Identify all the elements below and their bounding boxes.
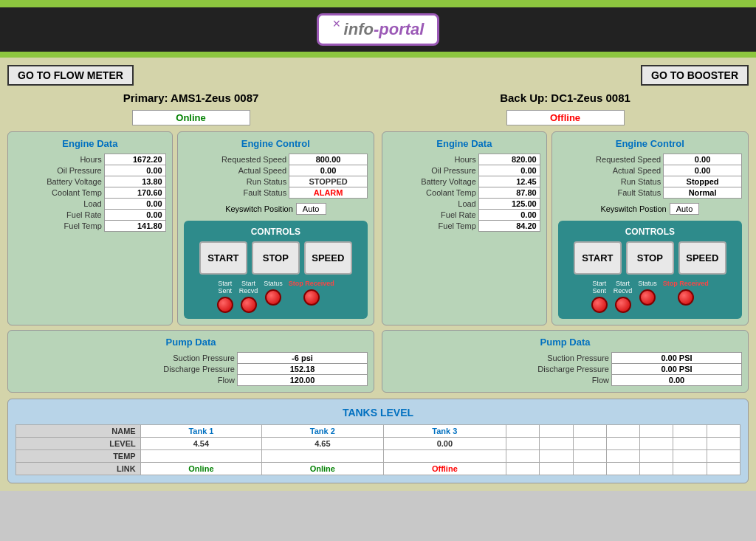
tank2-link: Online	[262, 462, 383, 475]
logo-x-icon: ✕	[332, 18, 341, 30]
primary-controls-title: CONTROLS	[190, 227, 362, 237]
primary-led-start-sent[interactable]	[217, 297, 233, 313]
primary-right-panels: Engine Control Requested Speed 800.00 Ac…	[177, 131, 374, 325]
primary-engine-data-panel: Engine Data Hours 1672.20 Oil Pressure 0…	[7, 131, 173, 325]
primary-engine-control-title: Engine Control	[184, 138, 368, 149]
empty-cell	[262, 449, 383, 462]
primary-control-table: Requested Speed 800.00 Actual Speed 0.00…	[184, 154, 368, 199]
empty-cell	[540, 462, 573, 475]
backup-speed-button[interactable]: SPEED	[678, 241, 726, 275]
backup-led-stop[interactable]	[678, 289, 694, 306]
empty-cell	[673, 424, 707, 437]
flow-label: Flow	[388, 374, 611, 385]
load-value: 0.00	[104, 199, 165, 210]
tanks-link-row: LINK Online Online Offline	[16, 462, 740, 475]
empty-cell	[707, 424, 740, 437]
table-row: Run Status Stopped	[558, 176, 742, 187]
empty-cell	[673, 437, 707, 449]
act-speed-label: Actual Speed	[184, 165, 289, 176]
oil-pressure-label: Oil Pressure	[14, 165, 104, 176]
backup-start-button[interactable]: START	[574, 241, 622, 275]
empty-cell	[506, 462, 540, 475]
run-status-value: Stopped	[664, 176, 742, 187]
table-row: Fault Status Normal	[558, 187, 742, 199]
suction-pressure-value: -6 psi	[237, 352, 367, 363]
primary-pump-panel: Pump Data Suction Pressure -6 psi Discha…	[7, 330, 374, 393]
act-speed-value: 0.00	[664, 165, 742, 176]
ind-label-stop: Stop Received	[663, 280, 709, 288]
coolant-temp-label: Coolant Temp	[14, 187, 104, 199]
empty-cell	[640, 462, 673, 475]
primary-led-start-recvd[interactable]	[241, 297, 257, 313]
table-row: Suction Pressure 0.00 PSI	[388, 352, 742, 363]
empty-cell	[673, 462, 707, 475]
run-status-label: Run Status	[558, 176, 664, 187]
fuel-temp-value: 141.80	[104, 221, 165, 232]
ind-label: StartRecvd	[614, 280, 633, 295]
backup-led-start-recvd[interactable]	[615, 297, 631, 313]
fuel-temp-label: Fuel Temp	[14, 221, 104, 232]
backup-pump-table: Suction Pressure 0.00 PSI Discharge Pres…	[388, 352, 742, 386]
backup-right-panels: Engine Control Requested Speed 0.00 Actu…	[551, 131, 749, 325]
fault-status-label: Fault Status	[184, 187, 289, 199]
backup-stop-button[interactable]: STOP	[626, 241, 674, 275]
booster-button[interactable]: GO TO BOOSTER	[641, 65, 749, 86]
empty-cell	[140, 449, 261, 462]
empty-cell	[606, 449, 639, 462]
table-row: Actual Speed 0.00	[558, 165, 742, 176]
coolant-temp-label: Coolant Temp	[388, 187, 478, 199]
backup-engine-data-title: Engine Data	[388, 138, 540, 149]
run-status-label: Run Status	[184, 176, 289, 187]
table-row: Battery Voltage 12.45	[388, 176, 540, 187]
fuel-temp-value: 84.20	[478, 221, 540, 232]
tank3-link: Offline	[383, 462, 506, 475]
table-row: Fuel Temp 84.20	[388, 221, 540, 232]
empty-cell	[673, 449, 707, 462]
primary-status-text: Online	[176, 112, 205, 123]
link-row-label: LINK	[16, 462, 141, 475]
table-row: Fuel Rate 0.00	[14, 210, 165, 221]
primary-keyswitch-row: Keyswitch Position Auto	[184, 203, 368, 215]
empty-cell	[707, 449, 740, 462]
oil-pressure-label: Oil Pressure	[388, 165, 478, 176]
table-row: Load 0.00	[14, 199, 165, 210]
keyswitch-value: Auto	[670, 203, 700, 215]
backup-engine-control-title: Engine Control	[558, 138, 742, 149]
fault-status-value: ALARM	[289, 187, 368, 199]
ind-label-stop: Stop Received	[289, 280, 334, 288]
primary-start-button[interactable]: START	[199, 241, 247, 275]
table-row: Requested Speed 0.00	[558, 154, 742, 165]
suction-pressure-value: 0.00 PSI	[611, 352, 741, 363]
backup-indicator-stop-received: Stop Received	[663, 280, 709, 306]
empty-cell	[506, 449, 540, 462]
backup-indicator-start-sent: StartSent	[591, 280, 608, 313]
battery-voltage-label: Battery Voltage	[14, 176, 104, 187]
tank1-link: Online	[140, 462, 261, 475]
level-row-label: LEVEL	[16, 437, 141, 449]
act-speed-value: 0.00	[289, 165, 368, 176]
backup-engine-control-panel: Engine Control Requested Speed 0.00 Actu…	[551, 131, 749, 325]
backup-controls-buttons: START STOP SPEED	[564, 241, 736, 275]
run-status-value: STOPPED	[289, 176, 368, 187]
fault-status-label: Fault Status	[558, 187, 664, 199]
oil-pressure-value: 0.00	[104, 165, 165, 176]
primary-stop-button[interactable]: STOP	[252, 241, 300, 275]
tanks-table: NAME Tank 1 Tank 2 Tank 3 LEVEL 4.54 4.6…	[16, 424, 740, 475]
primary-speed-button[interactable]: SPEED	[304, 241, 352, 275]
primary-led-stop[interactable]	[303, 289, 320, 306]
primary-led-status[interactable]	[265, 289, 281, 306]
req-speed-value: 800.00	[289, 154, 368, 165]
flow-meter-button[interactable]: GO TO FLOW METER	[7, 65, 134, 86]
backup-led-start-sent[interactable]	[591, 297, 608, 313]
backup-panels: Engine Data Hours 820.00 Oil Pressure 0.…	[382, 131, 749, 325]
oil-pressure-value: 0.00	[478, 165, 540, 176]
primary-status-badge: Online	[132, 110, 250, 125]
tank3-level: 0.00	[383, 437, 506, 449]
fuel-rate-label: Fuel Rate	[388, 210, 478, 221]
backup-led-status[interactable]	[639, 289, 656, 306]
run-status-text: STOPPED	[309, 177, 347, 186]
primary-indicator-start-sent: StartSent	[217, 280, 233, 313]
empty-cell	[707, 462, 740, 475]
table-row: Coolant Temp 87.80	[388, 187, 540, 199]
hours-value: 820.00	[478, 154, 540, 165]
